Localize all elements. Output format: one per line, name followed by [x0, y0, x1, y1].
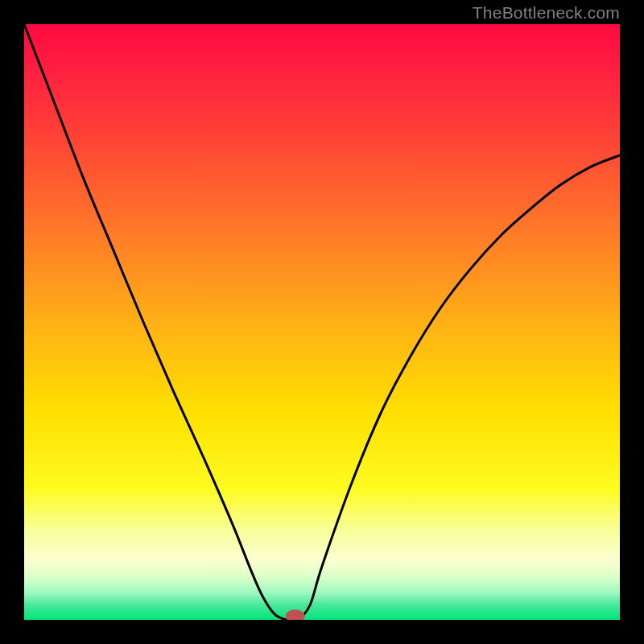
- chart-svg: [24, 24, 620, 620]
- gradient-background: [24, 24, 620, 620]
- chart-frame: TheBottleneck.com: [0, 0, 644, 644]
- watermark-label: TheBottleneck.com: [473, 3, 620, 23]
- plot-area: [24, 24, 620, 620]
